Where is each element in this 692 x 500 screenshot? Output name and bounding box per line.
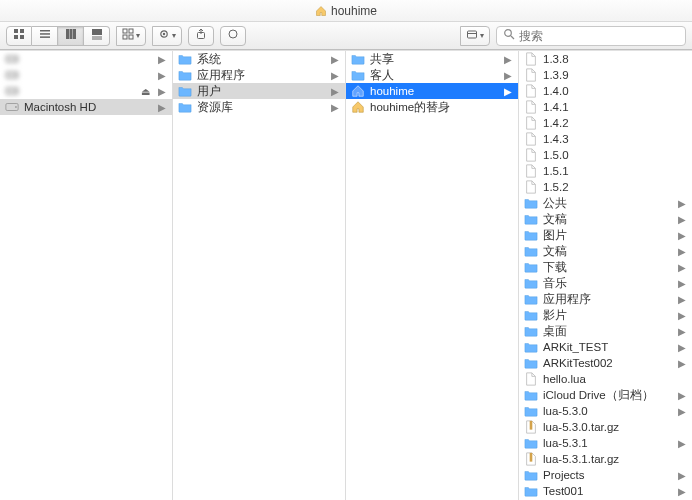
list-item[interactable]: 图片▶: [519, 227, 692, 243]
share-button[interactable]: [188, 26, 214, 46]
list-item[interactable]: hello.lua: [519, 371, 692, 387]
chevron-right-icon: ▶: [674, 278, 686, 289]
list-item[interactable]: 1.4.2: [519, 115, 692, 131]
item-label: houhime: [370, 85, 496, 97]
window-title: houhime: [331, 4, 377, 18]
list-item[interactable]: ARKitTest002▶: [519, 355, 692, 371]
folder-icon: [350, 52, 366, 66]
list-item[interactable]: houhime的替身: [346, 99, 518, 115]
search-field[interactable]: [496, 26, 686, 46]
list-item[interactable]: 资源库▶: [173, 99, 345, 115]
column-1[interactable]: ▶▶⏏▶Macintosh HD▶: [0, 51, 173, 500]
list-item[interactable]: 文稿▶: [519, 211, 692, 227]
list-item[interactable]: Macintosh HD▶: [0, 99, 172, 115]
folder-icon: [523, 276, 539, 290]
view-list-button[interactable]: [32, 26, 58, 46]
chevron-right-icon: ▶: [674, 438, 686, 449]
list-item[interactable]: Projects▶: [519, 467, 692, 483]
folder-icon: [523, 260, 539, 274]
list-item[interactable]: iCloud Drive（归档）▶: [519, 387, 692, 403]
arrange-icon: [122, 28, 134, 43]
list-item[interactable]: 应用程序▶: [173, 67, 345, 83]
arrange-button[interactable]: ▾: [116, 26, 146, 46]
item-label: Test001: [543, 485, 670, 497]
svg-rect-15: [123, 35, 127, 39]
list-item[interactable]: 1.4.0: [519, 83, 692, 99]
list-item[interactable]: 1.4.1: [519, 99, 692, 115]
file-icon: [523, 372, 539, 386]
svg-point-24: [15, 58, 17, 60]
svg-rect-7: [66, 29, 69, 39]
list-item[interactable]: lua-5.3.1▶: [519, 435, 692, 451]
item-label: 下载: [543, 260, 670, 275]
list-item[interactable]: 下载▶: [519, 259, 692, 275]
list-item[interactable]: lua-5.3.0▶: [519, 403, 692, 419]
view-cover-button[interactable]: [84, 26, 110, 46]
list-item[interactable]: 音乐▶: [519, 275, 692, 291]
list-item[interactable]: lua-5.3.1.tar.gz: [519, 451, 692, 467]
item-label: 用户: [197, 84, 323, 99]
columns-icon: [65, 28, 77, 43]
dropbox-icon: [466, 28, 478, 43]
list-item[interactable]: 客人▶: [346, 67, 518, 83]
column-3[interactable]: 共享▶客人▶houhime▶houhime的替身: [346, 51, 519, 500]
folder-icon: [523, 484, 539, 498]
svg-rect-21: [468, 31, 477, 38]
homealias-icon: [350, 100, 366, 114]
svg-rect-14: [129, 29, 133, 33]
chevron-right-icon: ▶: [154, 86, 166, 97]
folder-icon: [523, 308, 539, 322]
list-item[interactable]: 应用程序▶: [519, 291, 692, 307]
list-item[interactable]: 1.5.0: [519, 147, 692, 163]
column-2[interactable]: 系统▶应用程序▶用户▶资源库▶: [173, 51, 346, 500]
list-item[interactable]: 公共▶: [519, 195, 692, 211]
list-item[interactable]: houhime▶: [346, 83, 518, 99]
list-item[interactable]: lua-5.3.0.tar.gz: [519, 419, 692, 435]
chevron-right-icon: ▶: [327, 86, 339, 97]
column-4[interactable]: 1.3.81.3.91.4.01.4.11.4.21.4.31.5.01.5.1…: [519, 51, 692, 500]
eject-icon[interactable]: ⏏: [139, 86, 150, 97]
svg-point-30: [15, 106, 17, 108]
list-item[interactable]: 文稿▶: [519, 243, 692, 259]
action: ▾: [152, 26, 182, 46]
list-item[interactable]: ▶: [0, 67, 172, 83]
chevron-right-icon: ▶: [674, 406, 686, 417]
view-icon-button[interactable]: [6, 26, 32, 46]
drive-icon: [4, 84, 20, 98]
titlebar: houhime: [0, 0, 692, 22]
view-columns-button[interactable]: [58, 26, 84, 46]
svg-rect-31: [530, 421, 533, 430]
action-button[interactable]: ▾: [152, 26, 182, 46]
svg-point-26: [15, 74, 17, 76]
item-label: 1.5.1: [543, 165, 686, 177]
list-item[interactable]: 共享▶: [346, 51, 518, 67]
chevron-right-icon: ▶: [674, 246, 686, 257]
list-item[interactable]: ⏏▶: [0, 83, 172, 99]
list-item[interactable]: 1.4.3: [519, 131, 692, 147]
file-icon: [523, 84, 539, 98]
file-icon: [523, 68, 539, 82]
list-item[interactable]: 1.3.9: [519, 67, 692, 83]
list-item[interactable]: 系统▶: [173, 51, 345, 67]
item-label: hello.lua: [543, 373, 686, 385]
list-item[interactable]: Test001▶: [519, 483, 692, 499]
dropdown-button[interactable]: ▾: [460, 26, 490, 46]
tags-button[interactable]: [220, 26, 246, 46]
list-item[interactable]: 影片▶: [519, 307, 692, 323]
list-item[interactable]: ▶: [0, 51, 172, 67]
chevron-right-icon: ▶: [154, 102, 166, 113]
list-item[interactable]: ARKit_TEST▶: [519, 339, 692, 355]
list-item[interactable]: 1.5.1: [519, 163, 692, 179]
archive-icon: [523, 420, 539, 434]
search-input[interactable]: [519, 29, 679, 43]
list-item[interactable]: 1.3.8: [519, 51, 692, 67]
item-label: 文稿: [543, 212, 670, 227]
list-item[interactable]: 1.5.2: [519, 179, 692, 195]
file-icon: [523, 180, 539, 194]
item-label: 图片: [543, 228, 670, 243]
svg-rect-12: [92, 39, 102, 40]
item-label: 客人: [370, 68, 496, 83]
folder-icon: [523, 356, 539, 370]
list-item[interactable]: 桌面▶: [519, 323, 692, 339]
list-item[interactable]: 用户▶: [173, 83, 345, 99]
